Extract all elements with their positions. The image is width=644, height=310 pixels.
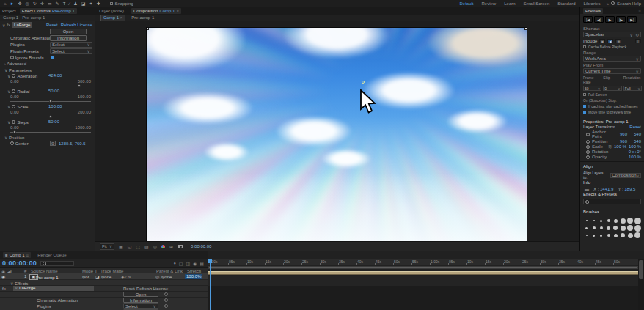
channel-icon[interactable] (161, 245, 165, 248)
slider-handle[interactable] (78, 84, 81, 87)
tool-zoom-icon[interactable]: ◎ (26, 0, 29, 7)
open-button[interactable]: Open (123, 292, 158, 297)
brush-swatch[interactable] (612, 226, 620, 230)
layer-switches[interactable]: ◈ ∕ fx (121, 274, 131, 279)
snapshot-camera-icon[interactable] (178, 245, 183, 248)
brush-swatch[interactable] (626, 225, 634, 231)
cache-before-playback-option[interactable]: Cache Before Playback (580, 43, 644, 49)
brush-swatch[interactable] (619, 218, 626, 224)
move-time-option[interactable]: Move time to preview time (580, 108, 644, 114)
workspace-overflow-icon[interactable]: » (607, 1, 609, 6)
stopwatch-icon[interactable] (10, 141, 14, 145)
plugins-dropdown[interactable]: Select∨ (50, 42, 92, 48)
tool-selection-icon[interactable]: ► (10, 0, 15, 7)
plugin-presets-dropdown[interactable]: Select∨ (50, 48, 92, 54)
effects-group-row[interactable]: ∨ Effects (0, 280, 208, 286)
workspace-default[interactable]: Default (460, 1, 474, 6)
link-scale-icon[interactable]: ⛓ (608, 144, 612, 149)
stopwatch-icon[interactable] (12, 120, 15, 124)
workspace-libraries[interactable]: Libraries (584, 1, 601, 6)
skip-dropdown[interactable]: 0∨ (603, 86, 621, 91)
effect-reset-link[interactable]: Reset (123, 287, 135, 291)
brush-swatch[interactable] (634, 225, 641, 232)
ignore-bounds-checkbox[interactable] (51, 56, 54, 59)
brush-swatch[interactable] (605, 226, 612, 230)
draft-3d-icon[interactable]: ▢ (179, 261, 183, 266)
brush-swatch[interactable] (612, 219, 620, 223)
motion-blur-icon[interactable]: ◉ (193, 261, 197, 266)
tab-render-queue[interactable]: Render Queue (37, 253, 66, 257)
layer-t-toggle[interactable]: ◪ (95, 274, 100, 279)
tab-layer[interactable]: Layer (none) (99, 9, 124, 13)
param-value[interactable]: 50.00 (48, 119, 59, 124)
transparency-grid-icon[interactable]: ▨ (144, 244, 149, 249)
timeline-vertical-scrollbar[interactable] (638, 259, 644, 310)
plugins-dropdown[interactable]: Select∨ (123, 303, 158, 309)
param-value[interactable]: 100.00 (48, 104, 62, 108)
tool-type-icon[interactable]: T (63, 0, 66, 7)
stopwatch-icon[interactable] (12, 74, 15, 78)
position-group[interactable]: ∨ Position (0, 135, 95, 141)
param-slider[interactable] (10, 101, 91, 102)
workspace-learn[interactable]: Learn (504, 1, 515, 6)
brush-swatch[interactable] (590, 235, 598, 237)
brush-swatch[interactable] (598, 220, 605, 222)
brush-swatch[interactable] (598, 226, 605, 229)
frame-rate-dropdown[interactable]: 60∨ (583, 86, 601, 91)
magnify-icon[interactable]: ◎ (153, 244, 157, 249)
brush-swatch[interactable] (612, 234, 620, 237)
comp-mini-tab-comp1[interactable]: Comp 1 × (100, 15, 125, 21)
tab-timeline-comp1[interactable]: ■ Comp 1 ≡ (3, 252, 31, 258)
brush-swatch[interactable] (634, 232, 641, 238)
move-time-checkbox[interactable] (583, 111, 586, 114)
stopwatch-icon[interactable] (586, 133, 590, 136)
last-frame-button[interactable]: ▶| (627, 16, 637, 23)
brush-swatch[interactable] (583, 220, 590, 221)
expression-icon[interactable] (164, 304, 168, 308)
layer-row-precomp1[interactable]: ◉ 1 ▣ Pre-comp 1 Nor ∨ ◪ None ∨ ◈ ∕ fx ◎… (0, 273, 208, 280)
playhead-line[interactable] (210, 259, 211, 310)
search-help-label[interactable]: Search Help (617, 1, 641, 6)
grid-guides-icon[interactable]: ▦ (119, 244, 123, 249)
brush-swatch[interactable] (626, 233, 634, 238)
snapping-toggle[interactable]: Snapping (110, 1, 133, 6)
cached-frames-checkbox[interactable] (583, 105, 586, 108)
play-from-dropdown[interactable]: Current Time∨ (583, 68, 641, 74)
brush-swatch[interactable] (626, 218, 634, 224)
include-overlays-icon[interactable]: ▦ (615, 39, 621, 43)
preview-timecode[interactable]: 0:00:00:00 (191, 244, 211, 248)
param-slider[interactable] (10, 86, 91, 86)
brush-swatch[interactable] (605, 234, 612, 237)
tool-pan-behind-icon[interactable]: ✛ (40, 0, 44, 7)
stopwatch-icon[interactable] (12, 105, 15, 108)
cached-frames-option[interactable]: If caching, play cached frames (580, 103, 644, 108)
tab-composition[interactable]: Composition Comp 1 × (131, 8, 181, 14)
center-value[interactable]: 1280.5, 760.5 (59, 141, 86, 146)
tab-project[interactable]: Project (2, 9, 16, 13)
brush-swatch[interactable] (583, 227, 590, 229)
composition-mini-flowchart-icon[interactable]: ♦ (174, 261, 176, 266)
cache-icon[interactable]: ⇪ (635, 39, 641, 43)
tool-eraser-icon[interactable]: ◪ (81, 0, 86, 7)
workspace-review[interactable]: Review (482, 1, 497, 6)
stopwatch-icon[interactable] (12, 89, 15, 93)
tab-effect-controls[interactable]: Effect Controls Pre-comp 1 (20, 8, 77, 14)
twirl-icon[interactable]: ∨ (7, 89, 10, 94)
brush-swatch[interactable] (583, 235, 590, 236)
full-screen-checkbox[interactable] (583, 93, 586, 96)
effect-name[interactable]: LaForge (12, 22, 32, 28)
slider-handle[interactable] (49, 100, 52, 103)
tool-brush-icon[interactable]: ∕ (69, 0, 70, 7)
tool-home-icon[interactable]: ⌂ (4, 0, 7, 7)
cache-before-playback-checkbox[interactable] (583, 45, 586, 48)
effects-presets-search-input[interactable] (583, 199, 641, 204)
parameters-group[interactable]: ∨ Parameters (0, 67, 95, 73)
effect-refresh-license-link[interactable]: Refresh License (61, 23, 92, 27)
twirl-icon[interactable]: ∨ (7, 104, 10, 109)
tool-roto-brush-icon[interactable]: ✦ (89, 0, 92, 7)
stopwatch-icon[interactable] (586, 140, 590, 144)
include-video-icon[interactable]: ▣ (599, 39, 605, 43)
brush-swatch[interactable] (619, 226, 626, 231)
align-dropdown[interactable]: Composition∨ (610, 173, 641, 178)
stopwatch-icon[interactable] (586, 145, 590, 149)
